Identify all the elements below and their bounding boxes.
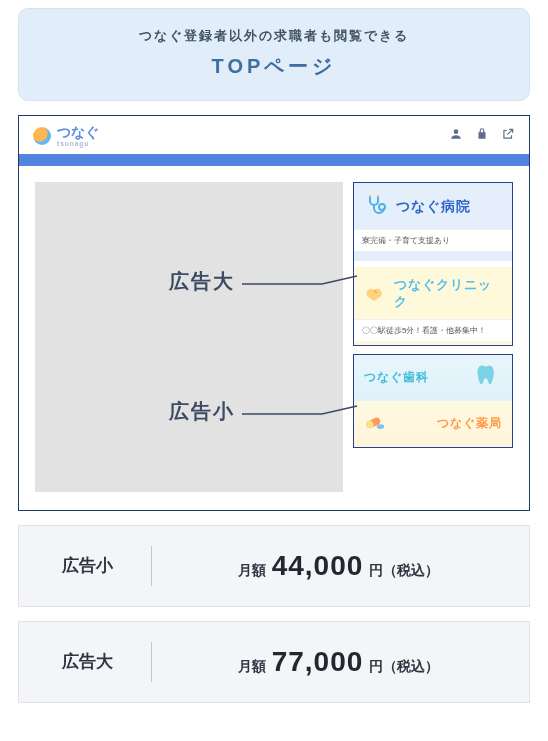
ad-large-2-footer: 〇〇駅徒歩5分！看護・他募集中！ — [354, 319, 512, 341]
ad-large-1-title: つなぐ病院 — [396, 198, 471, 216]
ad-small-1-title: つなぐ歯科 — [364, 369, 429, 386]
pill-icon — [364, 411, 386, 437]
ad-large-card-2[interactable]: つなぐクリニック 〇〇駅徒歩5分！看護・他募集中！ — [354, 267, 512, 345]
callout-small: 広告小 — [169, 398, 235, 425]
ad-small-card-1[interactable]: つなぐ歯科 — [354, 355, 512, 401]
divider — [151, 546, 152, 586]
price-small-label: 広告小 — [47, 554, 127, 577]
price-suffix: 円（税込） — [369, 658, 439, 676]
divider — [151, 642, 152, 682]
svg-point-5 — [377, 424, 384, 429]
content-area: つなぐ病院 寮完備・子育て支援あり つなぐクリニック 〇〇駅徒歩5分！看護・他募… — [19, 166, 529, 510]
price-amount: 44,000 — [272, 550, 364, 582]
user-icon[interactable] — [449, 127, 463, 145]
ad-small-card-2[interactable]: つなぐ薬局 — [354, 401, 512, 447]
price-prefix: 月額 — [238, 658, 266, 676]
tooth-icon — [474, 362, 502, 394]
banner-subtitle: つなぐ登録者以外の求職者も閲覧できる — [35, 27, 513, 45]
header-icons — [449, 127, 515, 145]
logo-mark-icon — [33, 127, 51, 145]
logo-sub: tsunagu — [57, 141, 99, 148]
price-large-value: 月額 77,000 円（税込） — [176, 646, 501, 678]
handshake-icon — [364, 281, 386, 307]
topbar: つなぐ tsunagu — [19, 116, 529, 154]
ad-small-2-title: つなぐ薬局 — [437, 415, 502, 432]
blue-bar — [19, 154, 529, 166]
external-icon[interactable] — [501, 127, 515, 145]
ad-small-box: つなぐ歯科 つなぐ薬局 — [353, 354, 513, 448]
svg-point-1 — [369, 195, 371, 197]
browser-mock: つなぐ tsunagu — [18, 115, 530, 511]
price-row-large: 広告大 月額 77,000 円（税込） — [18, 621, 530, 703]
price-large-label: 広告大 — [47, 650, 127, 673]
ad-large-box: つなぐ病院 寮完備・子育て支援あり つなぐクリニック 〇〇駅徒歩5分！看護・他募… — [353, 182, 513, 346]
logo-text: つなぐ tsunagu — [57, 124, 99, 148]
ad-large-2-title: つなぐクリニック — [394, 277, 502, 311]
main-placeholder — [35, 182, 343, 492]
banner-title: TOPページ — [35, 53, 513, 80]
price-amount: 77,000 — [272, 646, 364, 678]
price-small-value: 月額 44,000 円（税込） — [176, 550, 501, 582]
price-row-small: 広告小 月額 44,000 円（税込） — [18, 525, 530, 607]
stethoscope-icon — [364, 193, 388, 221]
side-column: つなぐ病院 寮完備・子育て支援あり つなぐクリニック 〇〇駅徒歩5分！看護・他募… — [353, 182, 513, 492]
callout-large: 広告大 — [169, 268, 235, 295]
title-banner: つなぐ登録者以外の求職者も閲覧できる TOPページ — [18, 8, 530, 101]
svg-point-2 — [377, 195, 379, 197]
logo: つなぐ tsunagu — [33, 124, 99, 148]
lock-icon[interactable] — [475, 127, 489, 145]
price-suffix: 円（税込） — [369, 562, 439, 580]
ad-large-card-1[interactable]: つなぐ病院 寮完備・子育て支援あり — [354, 183, 512, 261]
logo-main: つなぐ — [57, 124, 99, 140]
price-prefix: 月額 — [238, 562, 266, 580]
ad-large-1-footer: 寮完備・子育て支援あり — [354, 229, 512, 251]
